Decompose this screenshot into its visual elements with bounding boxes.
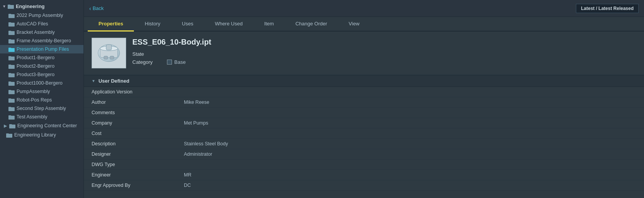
sidebar-item-test-assembly[interactable]: Test Assembly: [0, 113, 83, 121]
sidebar-item-autocad[interactable]: AutoCAD Files: [0, 20, 83, 28]
section-label: User Defined: [98, 78, 129, 84]
svg-rect-25: [8, 107, 11, 108]
topbar: ‹ Back Latest / Latest Released: [84, 0, 644, 17]
state-label: State: [132, 51, 159, 57]
folder-icon-frame: [8, 38, 15, 43]
main-panel: ‹ Back Latest / Latest Released Properti…: [84, 0, 644, 198]
svg-rect-19: [8, 82, 11, 83]
sidebar-item-pumpAssembly[interactable]: PumpAssembly: [0, 87, 83, 96]
svg-rect-37: [110, 56, 114, 59]
sidebar-label-2022-pump: 2022 Pump Assembly: [17, 13, 63, 18]
folder-icon-presentation: [8, 47, 15, 52]
prop-value-6: Administrator: [176, 149, 644, 160]
sidebar-label-second-step: Second Step Assembly: [17, 106, 66, 111]
sidebar-label-frame: Frame Assembly-Bergero: [17, 38, 71, 43]
svg-rect-1: [8, 5, 10, 6]
svg-rect-3: [8, 14, 11, 15]
sidebar-item-robot-pos[interactable]: Robot-Pos Reps: [0, 96, 83, 104]
version-label: Latest / Latest Released: [581, 6, 634, 11]
prop-label-8: Engineer: [84, 170, 176, 180]
prop-value-2: [176, 108, 644, 118]
sidebar-label-product1: Product1-Bergero: [17, 55, 55, 60]
prop-value-7: [176, 160, 644, 170]
sidebar-item-product1000[interactable]: Product1000-Bergero: [0, 79, 83, 87]
version-badge: Latest / Latest Released: [576, 4, 639, 13]
table-row: DesignerAdministrator: [84, 149, 644, 160]
tab-change-order[interactable]: Change Order: [285, 17, 338, 32]
svg-rect-9: [8, 39, 11, 40]
tab-uses[interactable]: Uses: [171, 17, 204, 32]
svg-rect-15: [8, 65, 11, 66]
sidebar-label-robot-pos: Robot-Pos Reps: [17, 97, 52, 103]
table-row: Application Version: [84, 87, 644, 97]
category-checkbox[interactable]: [167, 60, 172, 65]
folder-icon-second-step: [8, 106, 15, 111]
prop-label-5: Description: [84, 139, 176, 149]
section-header-user-defined[interactable]: ▼ User Defined: [84, 75, 644, 87]
table-row: Comments: [84, 108, 644, 118]
sidebar-item-bracket[interactable]: Bracket Assembly: [0, 28, 83, 37]
folder-icon-product1: [8, 55, 15, 60]
sidebar-root-engineering[interactable]: ▼ Engineering: [0, 2, 83, 11]
sidebar-item-product1[interactable]: Product1-Bergero: [0, 53, 83, 62]
sidebar-item-eng-library[interactable]: Engineering Library: [0, 130, 83, 140]
sidebar-label-product2: Product2-Bergero: [17, 63, 55, 69]
folder-icon-product3: [8, 72, 15, 77]
prop-value-1: Mike Reese: [176, 97, 644, 108]
prop-label-3: Company: [84, 118, 176, 128]
prop-value-9: DC: [176, 180, 644, 191]
sidebar-label-test-assembly: Test Assembly: [17, 114, 47, 120]
prop-label-9: Engr Approved By: [84, 180, 176, 191]
svg-rect-29: [9, 124, 12, 125]
properties-table: Application VersionAuthorMike ReeseComme…: [84, 87, 644, 191]
sidebar-item-product2[interactable]: Product2-Bergero: [0, 62, 83, 70]
prop-label-4: Cost: [84, 128, 176, 139]
tab-item[interactable]: Item: [254, 17, 285, 32]
tab-where-used[interactable]: Where Used: [204, 17, 253, 32]
back-label: Back: [93, 5, 104, 11]
section-collapse-icon: ▼: [92, 79, 95, 83]
sidebar-item-second-step[interactable]: Second Step Assembly: [0, 104, 83, 113]
back-button[interactable]: ‹ Back: [89, 5, 104, 12]
folder-icon-autocad: [8, 22, 15, 27]
tabs-bar: PropertiesHistoryUsesWhere UsedItemChang…: [84, 17, 644, 32]
back-chevron-icon: ‹: [89, 5, 91, 12]
sidebar-item-product3[interactable]: Product3-Bergero: [0, 70, 83, 79]
table-row: DWG Type: [84, 160, 644, 170]
prop-value-3: Met Pumps: [176, 118, 644, 128]
item-meta: State Category Base: [132, 51, 636, 65]
item-info: ESS_E06_10-Body.ipt State Category Base: [132, 38, 636, 65]
group-folder-icon-library: [6, 133, 12, 138]
prop-label-7: DWG Type: [84, 160, 176, 170]
folder-icon-2022-pump: [8, 13, 15, 18]
sidebar-label-presentation: Presentation Pump Files: [17, 47, 69, 52]
svg-rect-21: [8, 90, 11, 91]
sidebar-label-bracket: Bracket Assembly: [17, 30, 55, 35]
group-folder-icon-content: [9, 123, 15, 128]
prop-value-0: [176, 87, 644, 97]
prop-label-2: Comments: [84, 108, 176, 118]
sidebar-label-product1000: Product1000-Bergero: [17, 80, 63, 86]
svg-rect-36: [104, 56, 108, 59]
svg-rect-5: [8, 22, 11, 23]
tab-history[interactable]: History: [134, 17, 171, 32]
sidebar-item-presentation[interactable]: Presentation Pump Files: [0, 45, 83, 53]
svg-rect-23: [8, 98, 11, 100]
root-folder-icon: [8, 4, 14, 9]
sidebar-group-library-label: Engineering Library: [14, 132, 56, 138]
tab-view[interactable]: View: [338, 17, 370, 32]
sidebar-item-frame[interactable]: Frame Assembly-Bergero: [0, 37, 83, 45]
table-row: Cost: [84, 128, 644, 139]
folder-icon-pumpAssembly: [8, 89, 15, 94]
tree-expand-icon: ▼: [2, 4, 6, 8]
sidebar-label-product3: Product3-Bergero: [17, 72, 55, 77]
sidebar-item-eng-content[interactable]: ▶ Engineering Content Center: [0, 121, 83, 130]
sidebar-item-2022-pump[interactable]: 2022 Pump Assembly: [0, 11, 83, 20]
category-checkbox-area: Base: [167, 59, 186, 65]
table-row: Engr Approved ByDC: [84, 180, 644, 191]
category-label: Category: [132, 59, 159, 65]
svg-rect-35: [106, 45, 112, 50]
table-row: EngineerMR: [84, 170, 644, 180]
prop-label-1: Author: [84, 97, 176, 108]
tab-properties[interactable]: Properties: [88, 17, 134, 32]
